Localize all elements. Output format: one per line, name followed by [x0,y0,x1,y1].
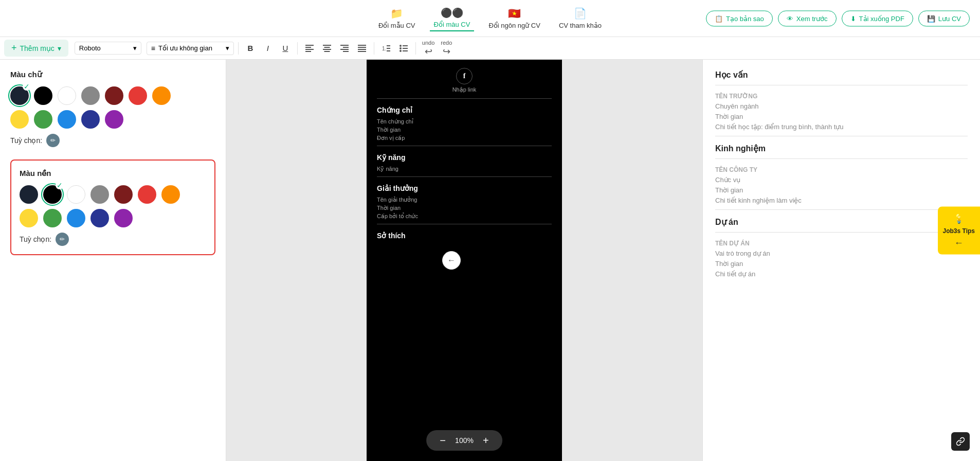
plus-icon: + [11,43,17,54]
undo-button[interactable]: undo ↩ [422,40,434,57]
text-color-gray[interactable] [81,86,100,105]
text-color-dark[interactable]: ✓ [10,86,29,105]
text-color-custom-row: Tuỳ chọn: ✏ [10,134,215,147]
svg-rect-19 [387,50,390,51]
bg-color-black[interactable]: ✓ [43,185,62,204]
bg-color-darkred[interactable] [114,185,133,204]
bg-color-green[interactable] [43,209,62,227]
text-color-yellow[interactable] [10,110,29,129]
unordered-list-button[interactable] [396,41,411,56]
luu-cv-button[interactable]: 💾 Lưu CV [918,10,970,26]
tao-ban-sao-button[interactable]: 📋 Tạo bản sao [706,10,773,26]
zoom-minus-button[interactable]: − [437,434,449,447]
cv-cap-boi-to-chuc[interactable]: Cấp bởi tổ chức [377,213,552,220]
text-color-blue[interactable] [58,110,76,129]
toolbar-item-doi-mau-cv-2[interactable]: ⚫⚫ Đổi màu CV [430,5,475,31]
right-chi-tiet-hv[interactable]: Chi tiết học tập: điểm trung bình, thành… [715,123,968,131]
bg-color-orange[interactable] [161,185,180,204]
align-left-button[interactable] [302,41,317,56]
text-color-black[interactable] [34,86,52,105]
bg-color-custom-row: Tuỳ chọn: ✏ [20,233,206,246]
bg-color-blue[interactable] [67,209,85,227]
svg-rect-8 [340,45,349,46]
bg-color-dark[interactable] [20,185,38,204]
bg-color-purple[interactable] [114,209,133,227]
right-ten-truong[interactable]: TÊN TRƯỜNG [715,93,968,100]
toolbar-item-cv-tham-khao[interactable]: 📄 CV tham khảo [555,5,606,31]
cv-ky-nang-field[interactable]: Kỹ năng [377,166,552,172]
divider-1 [238,42,239,55]
right-thoi-gian-da[interactable]: Thời gian [715,260,968,268]
cv-divider-1 [377,146,552,146]
right-ten-cong-ty[interactable]: TÊN CÔNG TY [715,166,968,173]
svg-point-22 [400,50,402,52]
bold-button[interactable]: B [243,41,258,56]
right-chi-tiet-da[interactable]: Chi tiết dự án [715,270,968,278]
cv-ten-giai-thuong[interactable]: Tên giải thưởng [377,197,552,203]
svg-rect-4 [323,45,331,46]
right-chuyen-nganh[interactable]: Chuyên ngành [715,102,968,110]
cv-social-section: f Nhập link [377,68,552,93]
toolbar-item-doi-mau-cv-1[interactable]: 📁 Đổi mẫu CV [374,5,420,31]
svg-rect-24 [403,48,408,49]
tips-panel[interactable]: 💡 Job3s Tips ← [938,207,980,255]
ordered-list-button[interactable]: 1. [378,41,394,56]
right-ten-du-an[interactable]: TÊN DỰ ÁN [715,240,968,247]
svg-rect-0 [305,45,314,46]
cv-so-thich-title: Sở thích [377,232,552,240]
font-selector[interactable]: Roboto ▾ [75,42,141,55]
right-thoi-gian-hv[interactable]: Thời gian [715,113,968,120]
toolbar-label-ngon-ngu: Đổi ngôn ngữ CV [488,22,540,29]
zoom-plus-button[interactable]: + [480,434,492,447]
cv-ten-chung-chi[interactable]: Tên chứng chỉ [377,118,552,125]
cv-thoi-gian-giai[interactable]: Thời gian [377,205,552,211]
collapse-panel-button[interactable]: ← [442,251,461,270]
text-color-green[interactable] [34,110,52,129]
cv-link-text[interactable]: Nhập link [452,86,477,93]
redo-icon: ↪ [443,46,450,57]
align-center-button[interactable] [319,41,335,56]
text-color-white[interactable] [58,86,76,105]
svg-rect-2 [305,49,314,50]
svg-rect-5 [324,47,330,48]
right-vai-tro[interactable]: Vai trò trong dự án [715,250,968,257]
spacing-selector[interactable]: ≡ Tối ưu không gian ▾ [147,42,234,55]
cv-don-vi-cap[interactable]: Đơn vị cấp [377,135,552,141]
lines-icon: ≡ [151,44,155,52]
bg-color-white[interactable] [67,185,85,204]
bg-color-gray[interactable] [90,185,109,204]
right-thoi-gian-kn[interactable]: Thời gian [715,186,968,194]
text-color-edit-icon[interactable]: ✏ [46,134,60,147]
right-chuc-vu[interactable]: Chức vụ [715,176,968,184]
justify-button[interactable] [354,41,370,56]
text-color-darkred[interactable] [105,86,123,105]
bg-color-red[interactable] [138,185,156,204]
cv-ky-nang-title: Kỹ năng [377,153,552,162]
tai-xuong-pdf-button[interactable]: ⬇ Tải xuống PDF [842,10,913,26]
italic-button[interactable]: I [260,41,276,56]
text-color-purple[interactable] [105,110,123,129]
right-chi-tiet-kn[interactable]: Chi tiết kinh nghiệm làm việc [715,197,968,204]
toolbar-item-doi-ngon-ngu[interactable]: 🇻🇳 Đổi ngôn ngữ CV [484,5,545,31]
cv-thoi-gian-chung-chi[interactable]: Thời gian [377,127,552,133]
xem-truoc-button[interactable]: 👁 Xem trước [778,10,837,26]
text-color-grid: ✓ [10,86,215,105]
text-color-orange[interactable] [152,86,171,105]
bg-color-yellow[interactable] [20,209,38,227]
svg-rect-1 [305,47,311,48]
bg-color-navy[interactable] [90,209,109,227]
svg-point-21 [400,47,402,49]
right-divider-3 [715,209,968,210]
underline-button[interactable]: U [278,41,293,56]
chevron-down-icon: ▾ [58,44,61,52]
text-color-red[interactable] [129,86,147,105]
align-right-button[interactable] [337,41,352,56]
eye-icon: 👁 [787,14,793,22]
facebook-icon[interactable]: f [456,68,473,84]
text-color-navy[interactable] [81,110,100,129]
right-divider-0 [715,85,968,85]
link-icon-button[interactable] [951,432,970,451]
add-section-button[interactable]: + Thêm mục ▾ [4,40,68,57]
bg-color-edit-icon[interactable]: ✏ [56,233,69,246]
redo-button[interactable]: redo ↪ [441,40,452,57]
